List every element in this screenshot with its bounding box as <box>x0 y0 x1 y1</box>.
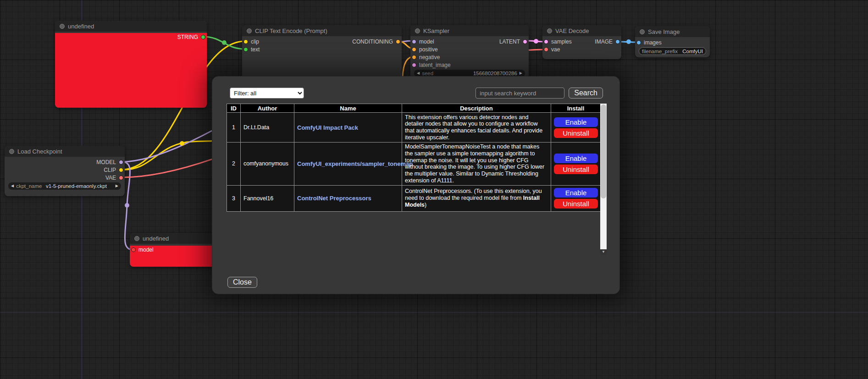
link-dot-string <box>222 40 227 45</box>
arrow-left-icon[interactable]: ◀ <box>417 71 420 75</box>
input-slot-icon[interactable] <box>412 39 416 44</box>
col-header-author: Author <box>241 104 294 113</box>
ext-description-text: ControlNet Preprocessors. (To use this e… <box>405 188 542 201</box>
search-button[interactable]: Search <box>569 88 603 99</box>
scrollbar-down-icon[interactable]: ▼ <box>600 249 607 255</box>
filter-select[interactable]: Filter: all <box>230 88 304 99</box>
col-header-name: Name <box>294 104 402 113</box>
output-slot-icon[interactable] <box>201 35 205 39</box>
extensions-table: ID Author Name Description Install 1 Dr.… <box>227 104 601 212</box>
node-titlebar[interactable]: undefined <box>55 21 207 32</box>
collapse-dot-icon[interactable] <box>247 28 252 33</box>
ext-id-cell: 1 <box>227 113 241 143</box>
arrow-left-icon[interactable]: ◀ <box>11 184 14 188</box>
output-slot-icon[interactable] <box>119 168 123 172</box>
input-slot-label: text <box>251 46 260 53</box>
output-slot-icon[interactable] <box>119 160 123 165</box>
input-slot-label: model <box>419 38 434 45</box>
input-slot-label: latent_image <box>419 62 451 68</box>
col-header-install: Install <box>551 104 601 113</box>
uninstall-button[interactable]: Uninstall <box>554 199 598 209</box>
ext-description-cell: This extension offers various detector n… <box>402 113 551 143</box>
node-titlebar[interactable]: Save Image <box>635 26 710 37</box>
node-undefined-top[interactable]: undefined STRING <box>55 21 207 108</box>
table-row: 3 Fannovel16 ControlNet Preprocessors Co… <box>227 185 601 211</box>
input-slot-icon[interactable] <box>131 247 136 252</box>
output-slot-icon[interactable] <box>523 39 527 44</box>
node-title: VAE Decode <box>555 27 589 34</box>
node-save-image[interactable]: Save Image images filename_prefix ComfyU… <box>635 26 710 57</box>
ckpt-name-widget[interactable]: ◀ ckpt_name v1-5-pruned-emaonly.ckpt ▶ <box>8 182 121 190</box>
output-slot-label: IMAGE <box>595 38 613 45</box>
col-header-description: Description <box>402 104 551 113</box>
input-slot-icon[interactable] <box>544 39 548 44</box>
scrollbar-thumb[interactable] <box>601 104 606 198</box>
link-string <box>203 37 245 49</box>
link-dot-latent <box>534 39 538 44</box>
close-button[interactable]: Close <box>227 277 257 288</box>
enable-button[interactable]: Enable <box>554 117 598 127</box>
scrollbar[interactable]: ▼ <box>600 104 607 255</box>
ext-install-cell: Enable Uninstall <box>551 113 601 143</box>
col-header-id: ID <box>227 104 241 113</box>
output-slot-label: LATENT <box>499 38 520 45</box>
input-slot-label: model <box>138 247 154 253</box>
collapse-dot-icon[interactable] <box>134 236 139 241</box>
search-input[interactable] <box>475 88 564 99</box>
input-slot-icon[interactable] <box>243 47 248 52</box>
filename-prefix-widget[interactable]: filename_prefix ComfyUI <box>639 47 706 55</box>
link-dot-image <box>626 39 631 44</box>
ext-name-link[interactable]: ComfyUI Impact Pack <box>297 124 358 131</box>
collapse-dot-icon[interactable] <box>640 29 645 34</box>
widget-label: seed <box>422 71 433 76</box>
output-slot-label: MODEL <box>96 159 116 165</box>
ext-description-text: This extension offers various detector n… <box>405 114 542 141</box>
input-slot-label: positive <box>419 46 438 53</box>
widget-value: ComfyUI <box>682 49 703 54</box>
input-slot-label: vae <box>551 46 560 53</box>
enable-button[interactable]: Enable <box>554 154 598 163</box>
input-slot-label: negative <box>419 54 440 60</box>
ext-name-link[interactable]: ComfyUI_experiments/sampler_tonemap <box>297 160 413 167</box>
node-titlebar[interactable]: Load Checkpoint <box>5 146 125 157</box>
ext-description-text: ModelSamplerTonemapNoiseTest a node that… <box>405 143 544 184</box>
input-slot-icon[interactable] <box>243 39 248 44</box>
uninstall-button[interactable]: Uninstall <box>554 128 598 138</box>
table-header-row: ID Author Name Description Install <box>227 104 601 113</box>
node-title: Save Image <box>648 28 680 35</box>
ext-name-link[interactable]: ControlNet Preprocessors <box>297 195 371 202</box>
input-slot-icon[interactable] <box>412 47 416 52</box>
collapse-dot-icon[interactable] <box>9 149 14 154</box>
enable-button[interactable]: Enable <box>554 188 598 198</box>
widget-value: v1-5-pruned-emaonly.ckpt <box>46 183 107 189</box>
node-title: Load Checkpoint <box>17 148 62 155</box>
output-slot-label: STRING <box>177 34 198 40</box>
node-load-checkpoint[interactable]: Load Checkpoint MODEL CLIP VAE ◀ ckpt_na… <box>5 146 125 196</box>
node-titlebar[interactable]: VAE Decode <box>542 25 621 36</box>
input-slot-icon[interactable] <box>544 47 548 52</box>
input-slot-icon[interactable] <box>636 40 641 45</box>
ext-description-cell: ModelSamplerTonemapNoiseTest a node that… <box>402 143 551 186</box>
input-slot-label: samples <box>551 38 572 45</box>
node-titlebar[interactable]: CLIP Text Encode (Prompt) <box>242 25 402 36</box>
custom-nodes-manager-dialog: Filter: all Search ID Author Name Descri… <box>212 76 620 294</box>
output-slot-icon[interactable] <box>396 39 400 44</box>
output-slot-icon[interactable] <box>119 176 123 180</box>
dialog-controls: Filter: all Search <box>230 88 603 99</box>
collapse-dot-icon[interactable] <box>415 28 420 33</box>
uninstall-button[interactable]: Uninstall <box>554 165 598 174</box>
node-titlebar[interactable]: KSampler <box>410 25 529 36</box>
input-slot-icon[interactable] <box>412 55 416 60</box>
input-slot-icon[interactable] <box>412 63 416 67</box>
extensions-table-wrap: ID Author Name Description Install 1 Dr.… <box>227 104 607 255</box>
output-slot-label: CLIP <box>104 167 116 173</box>
arrow-right-icon[interactable]: ▶ <box>116 184 118 188</box>
collapse-dot-icon[interactable] <box>60 24 65 29</box>
collapse-dot-icon[interactable] <box>547 28 552 33</box>
arrow-right-icon[interactable]: ▶ <box>520 71 522 75</box>
table-row: 1 Dr.Lt.Data ComfyUI Impact Pack This ex… <box>227 113 601 143</box>
output-slot-icon[interactable] <box>615 39 620 44</box>
node-vae-decode[interactable]: VAE Decode samples IMAGE vae <box>542 25 621 59</box>
node-title: undefined <box>143 235 169 242</box>
table-row: 2 comfyanonymous ComfyUI_experiments/sam… <box>227 143 601 186</box>
